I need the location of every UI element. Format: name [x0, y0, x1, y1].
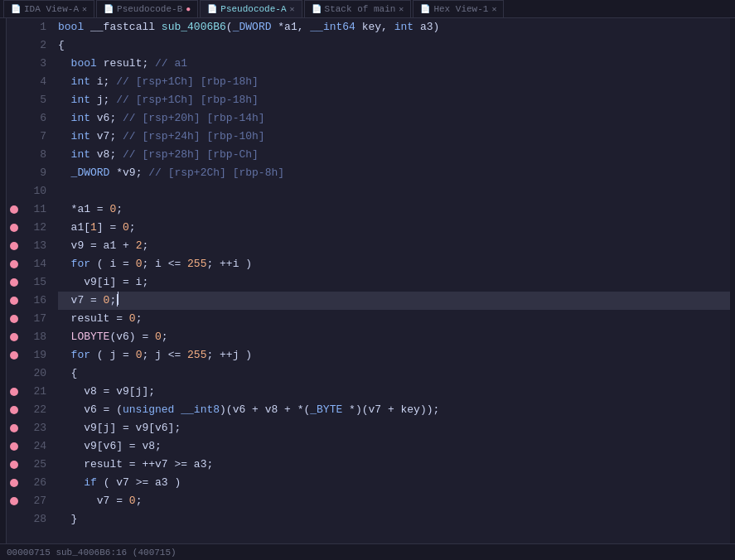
- breakpoint-slot[interactable]: [7, 401, 22, 419]
- breakpoint-slot[interactable]: [7, 456, 22, 474]
- breakpoint-slot[interactable]: [7, 182, 22, 200]
- tab-stack-of-main[interactable]: 📄 Stack of main ✕: [304, 0, 412, 17]
- breakpoint-slot[interactable]: [7, 219, 22, 237]
- line-number: 12: [22, 219, 46, 237]
- line-number: 24: [22, 437, 46, 456]
- line-number: 19: [22, 346, 46, 364]
- token-var: ;: [116, 203, 123, 215]
- tab-label: Stack of main: [325, 4, 396, 14]
- code-line: v9[j] = v9[v6];: [58, 419, 730, 437]
- line-number: 4: [22, 73, 46, 91]
- breakpoint-slot[interactable]: [7, 200, 22, 219]
- tab-pseudocode-a[interactable]: 📄 Pseudocode-A ✕: [200, 0, 302, 17]
- code-line: for ( j = 0; j <= 255; ++j ): [58, 346, 730, 364]
- breakpoint-slot[interactable]: [7, 146, 22, 164]
- breakpoint-slot[interactable]: [7, 36, 22, 55]
- token-macro: LOBYTE: [71, 331, 110, 343]
- token-comment: // [rsp+1Ch] [rbp-18h]: [116, 75, 259, 88]
- token-var: *a1,: [271, 21, 310, 33]
- line-number: 28: [22, 510, 46, 529]
- breakpoint-slot[interactable]: [7, 346, 22, 364]
- breakpoint-slot[interactable]: [7, 273, 22, 292]
- code-line: _DWORD *v9; // [rsp+2Ch] [rbp-8h]: [58, 164, 730, 182]
- breakpoint-slot[interactable]: [7, 18, 22, 36]
- breakpoint-slot[interactable]: [7, 310, 22, 328]
- breakpoint-dot: [10, 406, 18, 414]
- tab-icon: 📄: [11, 4, 21, 14]
- tab-icon: 📄: [312, 4, 322, 14]
- gutter: [0, 18, 7, 543]
- token-var: i;: [90, 75, 116, 88]
- close-icon[interactable]: ✕: [82, 4, 87, 14]
- token-keyword: _BYTE: [310, 403, 342, 416]
- line-number: 27: [22, 492, 46, 510]
- code-line: v9[i] = i;: [58, 273, 730, 292]
- code-line: int v6; // [rsp+20h] [rbp-14h]: [58, 109, 730, 128]
- close-icon[interactable]: ✕: [290, 4, 295, 14]
- token-var: )(v6 + v8 + *(: [220, 403, 310, 416]
- breakpoint-dot: [10, 424, 18, 432]
- breakpoint-slot[interactable]: [7, 492, 22, 510]
- breakpoint-dot: [10, 224, 18, 232]
- line-number: 14: [22, 255, 46, 273]
- code-line: int v7; // [rsp+24h] [rbp-10h]: [58, 128, 730, 146]
- tab-pseudocode-b[interactable]: 📄 Pseudocode-B ●: [96, 0, 198, 17]
- token-keyword: _DWORD: [233, 21, 272, 33]
- breakpoint-slot[interactable]: [7, 474, 22, 492]
- token-var: [58, 130, 71, 142]
- line-number: 23: [22, 419, 46, 437]
- breakpoint-slot[interactable]: [7, 383, 22, 401]
- token-var: v7;: [90, 130, 123, 142]
- token-var: ( v7 >= a3 ): [97, 476, 181, 489]
- breakpoint-dot: [10, 497, 18, 505]
- token-var: *a1 =: [58, 203, 109, 215]
- close-icon[interactable]: ✕: [491, 4, 496, 14]
- token-var: [58, 349, 71, 361]
- token-keyword: int: [71, 130, 90, 142]
- breakpoint-slot[interactable]: [7, 237, 22, 255]
- breakpoint-slot[interactable]: [7, 419, 22, 437]
- breakpoint-dot: [10, 242, 18, 250]
- code-line: for ( i = 0; i <= 255; ++i ): [58, 255, 730, 273]
- line-number: 26: [22, 474, 46, 492]
- breakpoint-slot[interactable]: [7, 255, 22, 273]
- close-icon[interactable]: ●: [186, 5, 191, 14]
- breakpoint-dot: [10, 333, 18, 341]
- token-keyword: for: [71, 258, 90, 270]
- breakpoint-slot[interactable]: [7, 128, 22, 146]
- breakpoint-slot[interactable]: [7, 164, 22, 182]
- token-var: __fastcall: [84, 21, 162, 33]
- close-icon[interactable]: ✕: [399, 4, 404, 14]
- token-var: v9 = a1 +: [58, 239, 136, 252]
- breakpoint-slot[interactable]: [7, 364, 22, 383]
- code-line: LOBYTE(v6) = 0;: [58, 328, 730, 346]
- token-var: [58, 331, 71, 343]
- token-var: v9[i] = i;: [58, 276, 148, 288]
- breakpoint-slot[interactable]: [7, 292, 22, 310]
- breakpoint-dot: [10, 278, 18, 287]
- breakpoint-slot[interactable]: [7, 328, 22, 346]
- breakpoint-slot[interactable]: [7, 91, 22, 109]
- status-bar: 00000715 sub_4006B6:16 (400715): [0, 543, 735, 560]
- tab-ida-view-a[interactable]: 📄 IDA View-A ✕: [3, 0, 94, 17]
- token-var: *)(v7 + key));: [342, 403, 439, 416]
- scroll-indicator: [730, 18, 735, 543]
- tab-bar: 📄 IDA View-A ✕ 📄 Pseudocode-B ● 📄 Pseudo…: [0, 0, 735, 18]
- breakpoint-slot[interactable]: [7, 510, 22, 529]
- token-var: ;: [162, 331, 168, 343]
- token-keyword: for: [71, 349, 90, 361]
- token-var: ; ++j ): [206, 349, 252, 361]
- tab-hex-view-1[interactable]: 📄 Hex View-1 ✕: [413, 0, 504, 17]
- token-var: ;: [136, 495, 143, 507]
- breakpoint-dot: [10, 315, 18, 323]
- line-number: 11: [22, 200, 46, 219]
- breakpoint-slot[interactable]: [7, 73, 22, 91]
- breakpoint-slot[interactable]: [7, 55, 22, 73]
- breakpoint-slot[interactable]: [7, 109, 22, 128]
- breakpoint-slot[interactable]: [7, 437, 22, 456]
- token-var: ;: [129, 221, 136, 234]
- token-keyword: int: [394, 21, 413, 33]
- token-number: 0: [129, 495, 136, 507]
- code-line: int i; // [rsp+1Ch] [rbp-18h]: [58, 73, 730, 91]
- code-content[interactable]: bool __fastcall sub_4006B6(_DWORD *a1, _…: [53, 18, 730, 543]
